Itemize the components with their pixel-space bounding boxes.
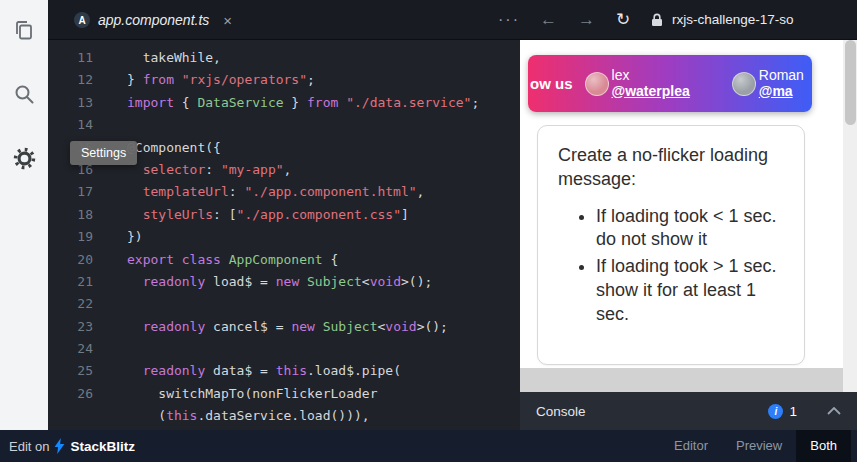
search-icon <box>12 82 36 106</box>
view-toggle: EditorPreviewBoth <box>660 430 851 462</box>
follow-banner: ow us lex@waterpleaRoman@ma <box>528 55 812 112</box>
code-line[interactable]: (this.dataService.load())), <box>48 405 520 427</box>
code-text: } from "rxjs/operators"; <box>93 69 315 91</box>
line-number <box>48 405 93 427</box>
tab-close-icon[interactable]: × <box>223 12 232 29</box>
file-type-icon: A <box>74 12 90 28</box>
code-text: readonly load$ = new Subject<void>(); <box>93 271 432 293</box>
line-number: 26 <box>48 383 93 405</box>
code-line[interactable]: 18 styleUrls: ["./app.component.css"] <box>48 204 520 226</box>
banner-person[interactable]: Roman@ma <box>732 68 804 99</box>
line-number: 18 <box>48 204 93 226</box>
banner-people: lex@waterpleaRoman@ma <box>573 68 804 99</box>
code-line[interactable]: 14 <box>48 114 520 136</box>
person-info: Roman@ma <box>759 68 804 99</box>
address-bar-url[interactable]: rxjs-challenge-17-so <box>672 0 794 40</box>
edit-on-label: Edit on <box>9 439 49 454</box>
code-text: (this.dataService.load())), <box>93 405 370 427</box>
edit-on-stackblitz-link[interactable]: Edit on StackBlitz <box>0 438 135 454</box>
view-button-editor[interactable]: Editor <box>660 430 722 462</box>
info-icon: i <box>768 404 783 419</box>
card-bullet: If loading took > 1 sec. show it for at … <box>596 255 784 326</box>
code-text: }) <box>93 226 143 248</box>
code-line[interactable]: 25 readonly data$ = this.load$.pipe( <box>48 360 520 382</box>
code-editor[interactable]: 11 takeWhile,12} from "rxjs/operators";1… <box>48 40 520 430</box>
code-line[interactable]: 20export class AppComponent { <box>48 249 520 271</box>
console-panel: Console i 1 <box>520 392 857 430</box>
banner-person[interactable]: lex@waterplea <box>585 68 690 99</box>
code-line[interactable]: 21 readonly load$ = new Subject<void>(); <box>48 271 520 293</box>
status-bar: Edit on StackBlitz EditorPreviewBoth <box>0 430 857 462</box>
code-text: readonly cancel$ = new Subject<void>(); <box>93 316 448 338</box>
banner-text: ow us <box>530 75 573 92</box>
preview-pane: ow us lex@waterpleaRoman@ma Create a no-… <box>520 40 857 392</box>
code-line[interactable]: 26 switchMapTo(nonFlickerLoader <box>48 383 520 405</box>
stackblitz-bolt-icon <box>54 438 65 454</box>
code-text <box>93 338 127 360</box>
console-count: 1 <box>789 404 797 419</box>
instructions-card: Create a no-flicker loading message: If … <box>537 125 805 365</box>
line-number: 21 <box>48 271 93 293</box>
settings-button[interactable] <box>9 144 39 172</box>
code-line[interactable]: 23 readonly cancel$ = new Subject<void>(… <box>48 316 520 338</box>
view-button-both[interactable]: Both <box>796 430 851 462</box>
console-info-badge[interactable]: i 1 <box>768 404 797 419</box>
back-icon[interactable]: ← <box>540 0 557 40</box>
preview-bottom-strip <box>520 368 843 392</box>
line-number: 19 <box>48 226 93 248</box>
code-text <box>93 293 127 315</box>
lock-icon <box>651 13 663 31</box>
line-number: 12 <box>48 69 93 91</box>
stackblitz-brand: StackBlitz <box>70 439 135 454</box>
avatar <box>585 72 609 96</box>
app: A app.component.ts × ··· ← → ↻ rxjs-chal… <box>0 0 857 462</box>
line-number: 20 <box>48 249 93 271</box>
scrollbar-track[interactable] <box>843 40 857 392</box>
code-line[interactable]: 17 templateUrl: "./app.component.html", <box>48 181 520 203</box>
code-text: takeWhile, <box>93 47 221 69</box>
collapse-console-button[interactable] <box>827 407 841 415</box>
code-line[interactable]: 22 <box>48 293 520 315</box>
line-number: 14 <box>48 114 93 136</box>
files-icon <box>12 18 36 42</box>
settings-tooltip: Settings <box>70 141 137 165</box>
more-actions-icon[interactable]: ··· <box>498 0 520 40</box>
card-title: Create a no-flicker loading message: <box>558 144 784 192</box>
forward-icon[interactable]: → <box>578 0 595 40</box>
code-text: styleUrls: ["./app.component.css"] <box>93 204 409 226</box>
code-line[interactable]: 11 takeWhile, <box>48 47 520 69</box>
person-handle-link[interactable]: @ma <box>759 84 804 99</box>
view-button-preview[interactable]: Preview <box>722 430 796 462</box>
chevron-up-icon <box>827 407 841 415</box>
line-number: 22 <box>48 293 93 315</box>
person-handle-link[interactable]: @waterplea <box>612 84 690 99</box>
code-line[interactable]: 24 <box>48 338 520 360</box>
code-text: import { DataService } from "./data.serv… <box>93 92 479 114</box>
avatar <box>732 72 756 96</box>
code-text: templateUrl: "./app.component.html", <box>93 181 424 203</box>
code-text: switchMapTo(nonFlickerLoader <box>93 383 377 405</box>
line-number: 17 <box>48 181 93 203</box>
refresh-icon[interactable]: ↻ <box>616 0 630 40</box>
code-text <box>93 114 127 136</box>
settings-gear-icon <box>12 146 37 171</box>
code-line[interactable]: 12} from "rxjs/operators"; <box>48 69 520 91</box>
console-label: Console <box>536 404 586 419</box>
code-line[interactable]: 13import { DataService } from "./data.se… <box>48 92 520 114</box>
tab-app-component-ts[interactable]: A app.component.ts × <box>62 0 244 40</box>
line-number: 13 <box>48 92 93 114</box>
search-button[interactable] <box>9 80 39 108</box>
tab-label: app.component.ts <box>98 12 209 28</box>
line-number: 24 <box>48 338 93 360</box>
person-name: lex <box>612 68 690 83</box>
card-bullet: If loading took < 1 sec. do not show it <box>596 205 784 253</box>
code-text: export class AppComponent { <box>93 249 338 271</box>
files-button[interactable] <box>9 16 39 44</box>
person-info: lex@waterplea <box>612 68 690 99</box>
line-number: 23 <box>48 316 93 338</box>
card-bullets: If loading took < 1 sec. do not show itI… <box>558 205 784 327</box>
code-line[interactable]: 19}) <box>48 226 520 248</box>
scrollbar-thumb[interactable] <box>845 40 856 125</box>
person-name: Roman <box>759 68 804 83</box>
line-number: 11 <box>48 47 93 69</box>
